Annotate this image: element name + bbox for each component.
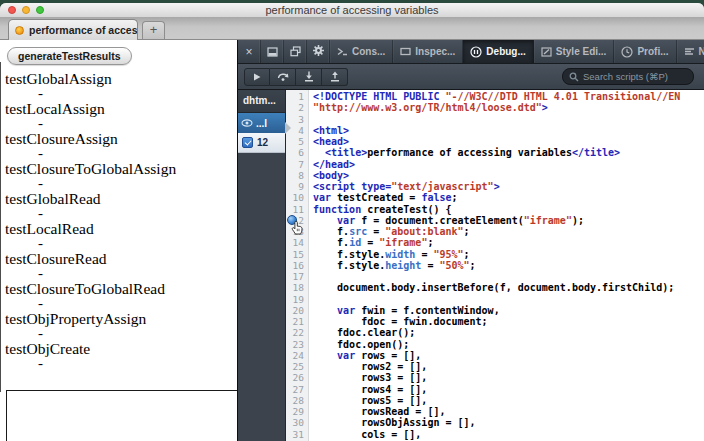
line-number[interactable]: 6 [286,147,308,158]
browser-tabstrip: performance of accessing varia... + [0,17,704,40]
dock-panel-icon[interactable] [261,40,284,63]
line-number[interactable]: 24 [286,350,308,361]
breakpoint-checkbox[interactable] [242,137,253,148]
line-number[interactable]: 20 [286,305,308,316]
test-value: - [5,147,176,160]
devtools-tab-label: Profi... [637,46,668,57]
code-text: rowsRead = [], [308,406,704,417]
code-line: 23 fdoc.open(); [286,339,704,350]
line-number[interactable]: 17 [286,271,308,282]
devtools-tab-styleedi[interactable]: Style Edi... [534,40,615,63]
code-text: var fwin = f.contentWindow, [308,305,704,316]
line-number[interactable]: 29 [286,406,308,417]
step-out-icon [330,68,340,86]
line-number[interactable]: 22 [286,327,308,338]
code-text: fdoc.clear(); [308,327,704,338]
devtools-close-button[interactable]: × [238,40,261,63]
undock-panel-icon[interactable] [284,40,307,63]
code-text: rows4 = [], [308,384,704,395]
page-content: generateTestResults testGlobalAssign-tes… [0,40,237,441]
generate-test-results-button[interactable]: generateTestResults [7,47,132,65]
browser-window: performance of accessing variables perfo… [0,3,704,441]
line-number[interactable]: 30 [286,417,308,428]
code-line: 17 [286,271,704,282]
code-line: 12 var f = document.createElement("ifram… [286,215,704,226]
tab-favicon-icon [15,26,24,35]
test-name: testClosureRead [5,250,176,267]
test-name: testGlobalAssign [5,70,176,87]
test-value: - [5,87,176,100]
source-editor: 1<!DOCTYPE HTML PUBLIC "-//W3C//DTD HTML… [286,90,704,441]
devtools-tab-inspec[interactable]: Inspec... [393,40,463,63]
line-number[interactable]: 21 [286,316,308,327]
devtools-tab-debug[interactable]: Debug... [463,40,533,63]
code-line: 11function createTest() { [286,204,704,215]
line-number[interactable]: 26 [286,372,308,383]
new-tab-button[interactable]: + [142,21,165,39]
test-results-list: testGlobalAssign-testLocalAssign-testClo… [5,70,176,370]
network-icon [684,47,695,56]
code-text: <html> [308,125,704,136]
line-number[interactable]: 7 [286,159,308,170]
test-name: testClosureAssign [5,130,176,147]
sources-pane: dhtm... ...l 12 [238,90,286,441]
resume-button[interactable] [244,68,270,86]
test-item: testLocalRead- [5,220,176,250]
line-number[interactable]: 9 [286,181,308,192]
window-titlebar[interactable]: performance of accessing variables [0,3,704,17]
line-number[interactable]: 27 [286,384,308,395]
devtools-settings-button[interactable] [307,40,330,63]
code-line: 13 f.src = "about:blank"; [286,226,704,237]
devtools-tabs: Cons...Inspec...Debug...Style Edi...Prof… [330,40,704,63]
line-number[interactable]: 25 [286,361,308,372]
devtools-tab-cons[interactable]: Cons... [330,40,393,63]
step-out-button[interactable] [322,68,348,86]
line-number[interactable]: 2 [286,102,308,113]
code-line: 28 rows5 = [], [286,395,704,406]
code-lines: 1<!DOCTYPE HTML PUBLIC "-//W3C//DTD HTML… [286,91,704,440]
code-line: 22 fdoc.clear(); [286,327,704,338]
line-number[interactable]: 15 [286,249,308,260]
code-line: 3 [286,114,704,125]
code-text: rowsObjAssign = [], [308,417,704,428]
line-number[interactable]: 16 [286,260,308,271]
selected-source-item[interactable]: ...l [238,113,285,133]
step-over-button[interactable] [270,68,296,86]
close-window-button[interactable] [8,6,16,14]
console-icon [337,47,348,56]
breakpoint-item[interactable]: 12 [238,133,285,153]
code-text: </head> [308,159,704,170]
line-number[interactable]: 18 [286,282,308,293]
devtools-tab-netw[interactable]: Netw... [677,40,704,63]
line-number[interactable]: 28 [286,395,308,406]
test-value: - [5,117,176,130]
screen: { "window": { "title": "performance of a… [0,0,704,441]
step-in-button[interactable] [296,68,322,86]
script-search-box[interactable] [562,68,694,85]
line-number[interactable]: 5 [286,136,308,147]
line-number[interactable]: 31 [286,429,308,440]
code-text [308,271,704,282]
zoom-window-button[interactable] [36,6,44,14]
code-text: rows2 = [], [308,361,704,372]
line-number[interactable]: 19 [286,294,308,305]
line-number[interactable]: 23 [286,339,308,350]
test-value: - [5,237,176,250]
line-number[interactable]: 8 [286,170,308,181]
code-line: 24 var rows = [], [286,350,704,361]
test-value: - [5,357,176,370]
code-line: 7</head> [286,159,704,170]
line-number[interactable]: 10 [286,192,308,203]
test-item: testClosureToGlobalRead- [5,280,176,310]
browser-tab[interactable]: performance of accessing varia... [8,19,138,40]
sources-pane-header[interactable]: dhtm... [238,90,285,113]
minimize-window-button[interactable] [22,6,30,14]
test-value: - [5,327,176,340]
line-number[interactable]: 11 [286,204,308,215]
code-text: rows3 = [], [308,372,704,383]
devtools-tab-profi[interactable]: Profi... [614,40,676,63]
line-number[interactable]: 1 [286,91,308,102]
search-scripts-input[interactable] [583,71,687,82]
test-name: testObjPropertyAssign [5,310,176,327]
breakpoint-line-label: 12 [257,137,268,148]
